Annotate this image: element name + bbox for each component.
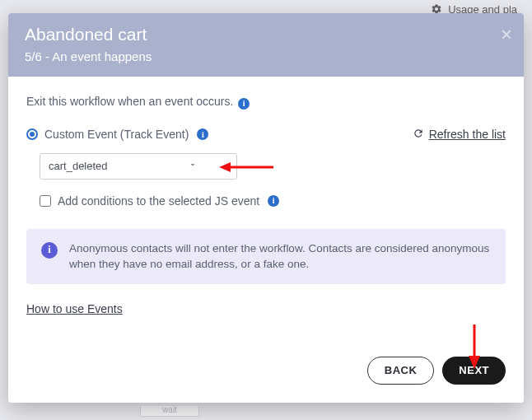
info-icon[interactable]: i [268,195,279,207]
modal-footer: BACK NEXT [8,357,524,403]
event-select-wrap [40,153,506,180]
modal-header: Abandoned cart 5/6 - An event happens × [8,13,524,77]
custom-event-radio[interactable] [26,128,38,140]
event-type-row: Custom Event (Track Event) i Refresh the… [26,128,506,142]
back-button[interactable]: BACK [367,357,435,385]
refresh-icon [413,128,424,142]
modal-title: Abandoned cart [25,25,507,44]
background-fragment: wait [140,406,199,417]
add-conditions-checkbox[interactable] [40,195,51,207]
custom-event-label: Custom Event (Track Event) [44,128,189,141]
intro-label: Exit this workflow when an event occurs. [26,95,233,108]
refresh-list-link[interactable]: Refresh the list [413,128,506,142]
modal: Abandoned cart 5/6 - An event happens × … [8,13,524,403]
anonymous-note-text: Anonymous contacts will not enter the wo… [69,240,491,273]
how-to-use-events-link[interactable]: How to use Events [26,302,123,315]
modal-body: Exit this workflow when an event occurs.… [8,77,524,357]
refresh-label: Refresh the list [429,128,506,141]
add-conditions-row[interactable]: Add conditions to the selected JS event … [40,194,506,208]
close-icon[interactable]: × [501,25,512,44]
info-icon[interactable]: i [197,128,208,140]
custom-event-radio-row[interactable]: Custom Event (Track Event) i [26,128,208,141]
info-icon[interactable]: i [238,98,250,110]
modal-step: 5/6 - An event happens [25,49,507,63]
anonymous-note: i Anonymous contacts will not enter the … [26,229,506,284]
intro-text: Exit this workflow when an event occurs.… [26,95,506,110]
add-conditions-label: Add conditions to the selected JS event [58,194,259,208]
info-badge-icon: i [41,242,58,259]
next-button[interactable]: NEXT [442,357,506,385]
event-select[interactable] [40,153,237,180]
